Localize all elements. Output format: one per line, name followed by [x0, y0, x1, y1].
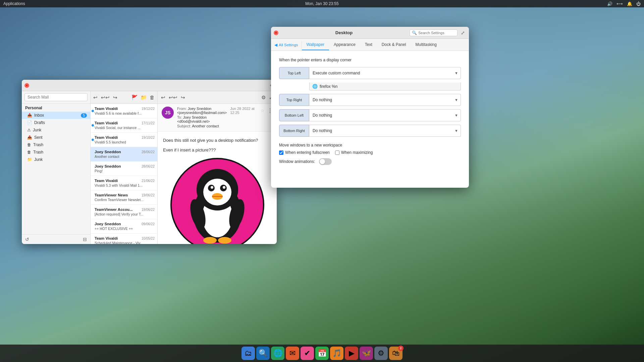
unread-indicator [92, 139, 94, 141]
sidebar-item-drafts[interactable]: 📄 Drafts [22, 119, 90, 126]
mail-item[interactable]: TeamViewer Accou... 19/06/22 [Action req… [91, 205, 157, 219]
sidebar-footer: ↺ ⊟ [22, 234, 90, 244]
fullscreen-checkbox-label[interactable]: When entering fullscreen [279, 150, 330, 155]
dock-calendar[interactable]: 📅 [315, 347, 329, 360]
reply-all-icon[interactable]: ↩↩ [101, 95, 110, 101]
settings-viewer-icon[interactable]: ⚙ [261, 95, 266, 101]
mail-item[interactable]: Joey Sneddon 28/06/22 Another contact [91, 147, 157, 162]
applications-menu[interactable]: Applications [3, 1, 25, 6]
mail-preview: [Action required] Verify your T... [95, 212, 148, 216]
mail-date: 09/06/22 [142, 222, 155, 226]
dock-files[interactable]: 🗂 [241, 347, 255, 360]
dock-mail[interactable]: ✉ [286, 347, 299, 360]
mail-item[interactable]: Team Vivaldi 19/12/22 Vivaldi 5.6 is now… [91, 104, 157, 118]
dock-tasks[interactable]: ✔ [301, 347, 314, 360]
settings-expand-button[interactable]: ⤢ [460, 29, 466, 36]
mail-item-header: TeamViewer Accou... 19/06/22 [95, 207, 155, 212]
reply-all-viewer-icon[interactable]: ↩↩ [169, 95, 177, 101]
dock-music[interactable]: 🎵 [330, 347, 343, 360]
sidebar-search-area [22, 91, 90, 104]
mail-item-header: TeamViewer News 19/06/22 [95, 193, 155, 197]
refresh-icon[interactable]: ↺ [25, 237, 29, 242]
dock: 🗂 🔍 🌐 ✉ ✔ 📅 🎵 ▶ 🦋 ⚙ 🛍 2 [0, 345, 644, 362]
mail-content: Does this still not give you a desktop n… [158, 132, 277, 244]
sidebar-item-trash2[interactable]: 🗑 Trash [22, 148, 90, 156]
top-left-select-wrap: Execute custom command Do nothing Show D… [309, 67, 461, 79]
settings-search-input[interactable] [418, 31, 455, 35]
mail-item-header: Team Vivaldi 21/06/22 [95, 179, 155, 183]
mail-item-header: Joey Sneddon 28/06/22 [95, 150, 155, 154]
mail-item[interactable]: Joey Sneddon 28/06/22 Ping! [91, 162, 157, 176]
reply-viewer-icon[interactable]: ↩ [161, 95, 165, 101]
tab-appearance[interactable]: Appearance [329, 40, 360, 50]
search-input[interactable] [24, 93, 88, 101]
dock-video[interactable]: ▶ [345, 347, 358, 360]
search-settings-icon: 🔍 [412, 31, 417, 35]
mail-item[interactable]: TeamViewer News 19/06/22 Confirm TeamVie… [91, 190, 157, 205]
sidebar-item-sent[interactable]: 📤 Sent [22, 134, 90, 141]
fullscreen-checkbox[interactable] [279, 150, 283, 155]
mail-list: ↩ ↩↩ ↪ 🚩 📁 🗑 Team Vivaldi 19/12/22 Vival… [91, 91, 158, 244]
mail-item[interactable]: Team Vivaldi 10/05/22 Scheduled Maintena… [91, 234, 157, 244]
fullscreen-label: When entering fullscreen [285, 150, 330, 155]
window-animations-label: Window animations: [279, 159, 315, 164]
mail-date: 10/05/22 [142, 237, 155, 240]
mail-item[interactable]: Joey Sneddon 09/06/22 ++ HOT EXCLUSIVE +… [91, 219, 157, 234]
maximizing-checkbox[interactable] [335, 150, 339, 155]
mail-sender: TeamViewer Accou... [95, 207, 133, 212]
reply-icon[interactable]: ↩ [93, 95, 98, 101]
sidebar-item-inbox[interactable]: 📥 Inbox 5 [22, 112, 90, 119]
window-animations-toggle[interactable] [319, 158, 332, 165]
tab-dock-panel[interactable]: Dock & Panel [377, 40, 411, 50]
mail-item[interactable]: Team Vivaldi 17/11/22 Vivaldi Social, ou… [91, 118, 157, 133]
mail-sidebar: Personal 📥 Inbox 5 📄 Drafts ⚠ Junk 📤 Sen… [22, 91, 91, 244]
flag-icon[interactable]: 🚩 [131, 95, 138, 101]
bottom-left-corner-row: Bottom Left Do nothing Execute custom co… [279, 109, 461, 121]
notifications-icon[interactable]: 🔔 [627, 1, 632, 6]
junk2-icon: 📁 [27, 157, 32, 162]
forward-viewer-icon[interactable]: ↪ [181, 95, 185, 101]
mail-preview: Vivaldi Social, our instance ... [95, 126, 148, 130]
bottom-left-select[interactable]: Do nothing Execute custom command Show D… [309, 109, 461, 121]
back-arrow-icon: ◀ [274, 43, 277, 47]
to-label: To: [177, 115, 183, 119]
trash-action-icon[interactable]: 🗑 [150, 95, 155, 100]
settings-back-button[interactable]: ◀ All Settings [271, 41, 302, 49]
mail-item[interactable]: Team Vivaldi 21/06/22 Vivaldi 5.3 with V… [91, 176, 157, 190]
sidebar-item-junk2[interactable]: 📁 Junk [22, 156, 90, 163]
top-right-select[interactable]: Do nothing Execute custom command Show D… [309, 94, 461, 106]
tab-multitasking[interactable]: Multitasking [411, 40, 441, 50]
mail-preview: Another contact [95, 155, 148, 159]
dock-vivaldi[interactable]: 🦋 [360, 347, 373, 360]
top-left-select[interactable]: Execute custom command Do nothing Show D… [309, 67, 461, 79]
volume-icon[interactable]: 🔊 [607, 1, 612, 6]
bottom-right-corner-row: Bottom Right Do nothing Execute custom c… [279, 125, 461, 137]
account-label: Personal [22, 104, 90, 112]
filter-icon[interactable]: ⊟ [83, 237, 87, 242]
tab-wallpaper[interactable]: Wallpaper [302, 40, 329, 50]
dock-browser[interactable]: 🌐 [271, 347, 284, 360]
network-icon[interactable]: ⟷ [616, 1, 623, 6]
sidebar-item-junk[interactable]: ⚠ Junk [22, 126, 90, 134]
mail-item[interactable]: Team Vivaldi 19/10/22 Vivaldi 5.5 launch… [91, 133, 157, 147]
svg-point-13 [203, 237, 217, 244]
junk2-label: Junk [34, 157, 43, 162]
dock-settings[interactable]: ⚙ [374, 347, 388, 360]
folder-icon[interactable]: 📁 [141, 95, 147, 101]
custom-command-input[interactable] [320, 84, 458, 89]
maximizing-checkbox-label[interactable]: When maximizing [335, 150, 373, 155]
power-icon[interactable]: ⏻ [636, 1, 641, 6]
dock-store[interactable]: 🛍 2 [389, 347, 402, 360]
forward-icon[interactable]: ↪ [113, 95, 117, 101]
sidebar-item-trash1[interactable]: 🗑 Trash [22, 141, 90, 148]
close-button[interactable]: ✕ [24, 83, 29, 88]
dock-search[interactable]: 🔍 [256, 347, 270, 360]
move-windows-section: Move windows to a new workspace When ent… [279, 143, 461, 165]
bottom-right-select[interactable]: Do nothing Execute custom command Show D… [309, 125, 461, 137]
workspace-checkboxes: When entering fullscreen When maximizing [279, 150, 461, 155]
tab-text[interactable]: Text [360, 40, 377, 50]
junk-label: Junk [33, 128, 41, 132]
star-icon[interactable]: ☆ [260, 108, 265, 113]
settings-close-button[interactable]: ✕ [274, 31, 278, 35]
top-right-corner-row: Top Right Do nothing Execute custom comm… [279, 94, 461, 106]
